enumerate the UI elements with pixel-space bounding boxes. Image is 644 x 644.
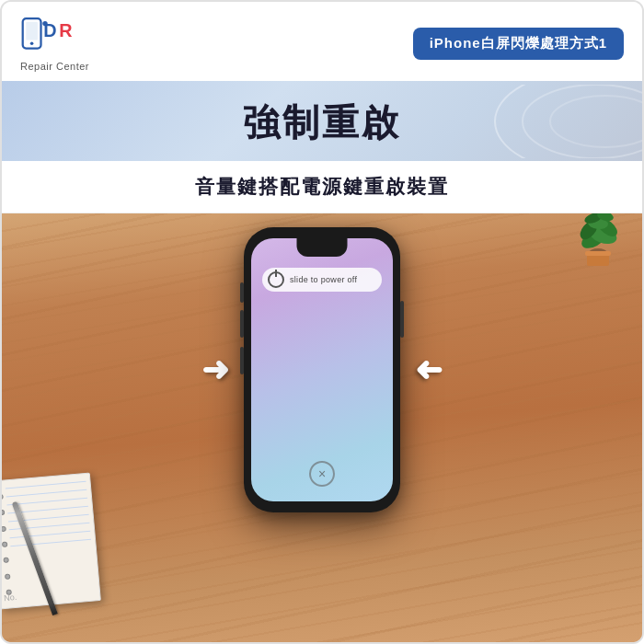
mute-button [240,282,244,303]
spiral-dot [3,558,9,564]
spiral-dot [5,573,11,580]
spiral-dot [2,542,7,548]
svg-point-5 [42,21,47,26]
close-button: × [309,461,335,487]
title-section: 強制重啟 [2,81,642,161]
phone-wrapper: ➜ slide to power off × [201,227,443,512]
power-slider: slide to power off [262,268,382,292]
logo-area: D R Repair Center [20,15,89,72]
notebook-label: No. [4,592,17,603]
header: D R Repair Center iPhone白屏閃爍處理方式1 [2,2,642,81]
subtitle-text: 音量鍵搭配電源鍵重啟裝置 [195,176,449,197]
phone-screen: slide to power off × [251,238,393,501]
svg-rect-1 [26,22,38,40]
spiral-dot [2,525,6,532]
logo-icon: D R [20,15,86,59]
arrow-right-icon: ➜ [415,351,443,389]
spiral-dot [2,493,4,500]
notebook-line [6,498,87,506]
arrow-left-icon: ➜ [201,351,229,389]
notebook-lines [6,481,96,600]
plant-svg [561,213,635,267]
header-badge: iPhone白屏閃爍處理方式1 [413,28,624,60]
power-icon [268,271,284,288]
notebook-line [6,489,87,498]
volume-up-button [240,310,244,338]
repair-center-label: Repair Center [20,61,89,72]
notebook-line [10,539,91,547]
power-button [400,301,404,338]
svg-rect-15 [585,251,611,256]
notebook-cover: No. [2,472,101,609]
phone: slide to power off × [244,227,400,512]
spiral-dot [2,510,5,516]
svg-text:R: R [59,20,72,40]
plant [561,213,635,296]
plant-leaves [561,213,635,270]
slider-text: slide to power off [290,275,357,284]
notebook: No. [2,472,101,609]
main-card: D R Repair Center iPhone白屏閃爍處理方式1 強制重啟 音… [0,0,644,644]
close-icon: × [318,466,326,481]
svg-point-2 [30,41,34,45]
phone-notch [297,238,348,257]
notebook-line [6,481,86,489]
desk-area: No. [2,213,642,642]
subtitle-bar: 音量鍵搭配電源鍵重啟裝置 [2,161,642,213]
volume-down-button [240,347,244,374]
main-title: 強制重啟 [20,98,624,148]
